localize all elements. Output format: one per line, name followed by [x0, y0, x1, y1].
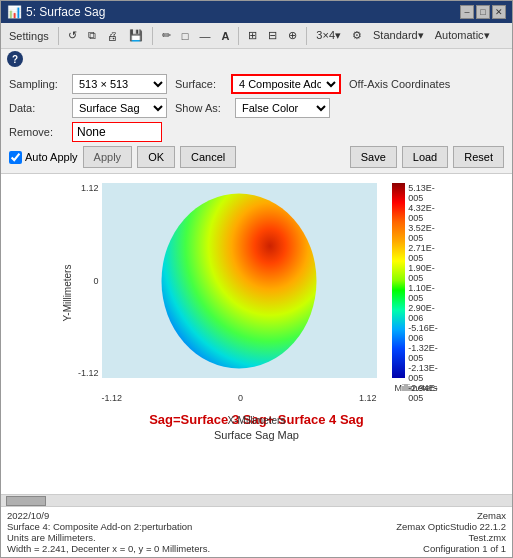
cb-label-8: -1.32E-005	[408, 343, 446, 363]
help-button[interactable]: ?	[7, 51, 23, 67]
footer-dimensions: Width = 2.241, Decenter x = 0, y = 0 Mil…	[7, 543, 210, 554]
data-label: Data:	[9, 102, 64, 114]
x-tick-right: 1.12	[359, 393, 377, 403]
cancel-button[interactable]: Cancel	[180, 146, 236, 168]
toolbar-sep-2	[152, 27, 153, 45]
text-button[interactable]: A	[217, 28, 233, 44]
show-as-label: Show As:	[175, 102, 227, 114]
y-tick-zero: 0	[67, 276, 99, 286]
auto-apply-checkbox[interactable]	[9, 151, 22, 164]
toolbar-sep-4	[306, 27, 307, 45]
cb-label-4: 1.90E-005	[408, 263, 446, 283]
cb-label-7: -5.16E-006	[408, 323, 446, 343]
help-row: ?	[1, 49, 512, 69]
rect-button[interactable]: □	[178, 28, 193, 44]
cb-label-6: 2.90E-006	[408, 303, 446, 323]
x-axis-label: X-Millimeters	[228, 415, 286, 426]
config-gear-button[interactable]: ⚙	[348, 27, 366, 44]
line-button[interactable]: —	[195, 28, 214, 44]
grid-button[interactable]: ⊞	[244, 27, 261, 44]
save-config-button[interactable]: Save	[350, 146, 397, 168]
layout-button[interactable]: ⊟	[264, 27, 281, 44]
window-icon: 📊	[7, 5, 22, 19]
cb-label-2: 3.52E-005	[408, 223, 446, 243]
ok-button[interactable]: OK	[137, 146, 175, 168]
remove-label: Remove:	[9, 126, 64, 138]
title-bar-left: 📊 5: Surface Sag	[7, 5, 105, 19]
x-tick-left: -1.12	[102, 393, 123, 403]
remove-box: None	[72, 122, 162, 142]
save-image-button[interactable]: 💾	[125, 27, 147, 44]
footer-surface-info: Surface 4: Composite Add-on 2:perturbati…	[7, 521, 210, 532]
surface-select[interactable]: 4 Composite Adc	[231, 74, 341, 94]
plot-area	[102, 183, 377, 378]
automatic-dropdown-button[interactable]: Automatic▾	[431, 27, 494, 44]
title-bar: 📊 5: Surface Sag – □ ✕	[1, 1, 512, 23]
chart-container: Y-Millimeters 1.12 0 -1.12 5.13E-005 4.3…	[67, 178, 447, 408]
close-button[interactable]: ✕	[492, 5, 506, 19]
surface-sag-plot	[162, 193, 317, 368]
footer-config: Configuration 1 of 1	[396, 543, 506, 554]
footer-date: 2022/10/9	[7, 510, 210, 521]
toolbar: Settings ↺ ⧉ 🖨 💾 ✏ □ — A ⊞ ⊟ ⊕ 3×4▾ ⚙ St…	[1, 23, 512, 49]
maximize-button[interactable]: □	[476, 5, 490, 19]
view-3x4-button[interactable]: 3×4▾	[312, 27, 345, 44]
colorbar: 5.13E-005 4.32E-005 3.52E-005 2.71E-005 …	[392, 183, 447, 378]
horizontal-scrollbar[interactable]	[1, 494, 512, 506]
y-ticks: 1.12 0 -1.12	[67, 183, 99, 378]
print-button[interactable]: 🖨	[103, 28, 122, 44]
toolbar-sep-3	[238, 27, 239, 45]
map-title: Surface Sag Map	[214, 429, 299, 441]
settings-button[interactable]: Settings	[5, 28, 53, 44]
footer: 2022/10/9 Surface 4: Composite Add-on 2:…	[1, 506, 512, 557]
pencil-button[interactable]: ✏	[158, 27, 175, 44]
show-as-select[interactable]: False Color	[235, 98, 330, 118]
title-bar-controls: – □ ✕	[460, 5, 506, 19]
reset-button[interactable]: Reset	[453, 146, 504, 168]
controls-row-1: Sampling: 513 × 513 Surface: 4 Composite…	[9, 74, 504, 94]
footer-right: Zemax Zemax OpticStudio 22.1.2 Test.zmx …	[396, 510, 506, 554]
sampling-label: Sampling:	[9, 78, 64, 90]
controls-row-3: Remove: None	[9, 122, 504, 142]
cb-label-9: -2.13E-005	[408, 363, 446, 383]
main-window: 📊 5: Surface Sag – □ ✕ Settings ↺ ⧉ 🖨 💾 …	[0, 0, 513, 558]
surface-label: Surface:	[175, 78, 223, 90]
controls-panel: Sampling: 513 × 513 Surface: 4 Composite…	[1, 69, 512, 174]
x-tick-center: 0	[238, 393, 243, 403]
y-tick-bot: -1.12	[67, 368, 99, 378]
y-tick-top: 1.12	[67, 183, 99, 193]
colorbar-gradient	[392, 183, 406, 378]
cb-label-3: 2.71E-005	[408, 243, 446, 263]
footer-units: Units are Millimeters.	[7, 532, 210, 543]
scroll-thumb[interactable]	[6, 496, 46, 506]
cb-label-1: 4.32E-005	[408, 203, 446, 223]
minimize-button[interactable]: –	[460, 5, 474, 19]
controls-row-2: Data: Surface Sag Show As: False Color	[9, 98, 504, 118]
apply-button[interactable]: Apply	[83, 146, 133, 168]
colorbar-unit: Millimeters	[392, 383, 447, 393]
cb-label-0: 5.13E-005	[408, 183, 446, 203]
x-ticks: -1.12 0 1.12	[102, 393, 377, 403]
copy-button[interactable]: ⧉	[84, 27, 100, 44]
footer-zemax: Zemax	[396, 510, 506, 521]
chart-area: Y-Millimeters 1.12 0 -1.12 5.13E-005 4.3…	[1, 174, 512, 494]
colorbar-labels: 5.13E-005 4.32E-005 3.52E-005 2.71E-005 …	[405, 183, 446, 378]
data-select[interactable]: Surface Sag	[72, 98, 167, 118]
remove-value: None	[77, 125, 106, 139]
load-button[interactable]: Load	[402, 146, 448, 168]
footer-version: Zemax OpticStudio 22.1.2	[396, 521, 506, 532]
toolbar-sep-1	[58, 27, 59, 45]
footer-filename: Test.zmx	[396, 532, 506, 543]
footer-left: 2022/10/9 Surface 4: Composite Add-on 2:…	[7, 510, 210, 554]
offaxis-coordinates-label: Off-Axis Coordinates	[349, 78, 450, 90]
action-row: Auto Apply Apply OK Cancel Save Load Res…	[9, 146, 504, 168]
auto-apply-label: Auto Apply	[25, 151, 78, 163]
standard-dropdown-button[interactable]: Standard▾	[369, 27, 428, 44]
refresh-button[interactable]: ↺	[64, 27, 81, 44]
auto-apply-checkbox-label[interactable]: Auto Apply	[9, 151, 78, 164]
zoom-button[interactable]: ⊕	[284, 27, 301, 44]
sampling-select[interactable]: 513 × 513	[72, 74, 167, 94]
window-title: 5: Surface Sag	[26, 5, 105, 19]
cb-label-5: 1.10E-005	[408, 283, 446, 303]
